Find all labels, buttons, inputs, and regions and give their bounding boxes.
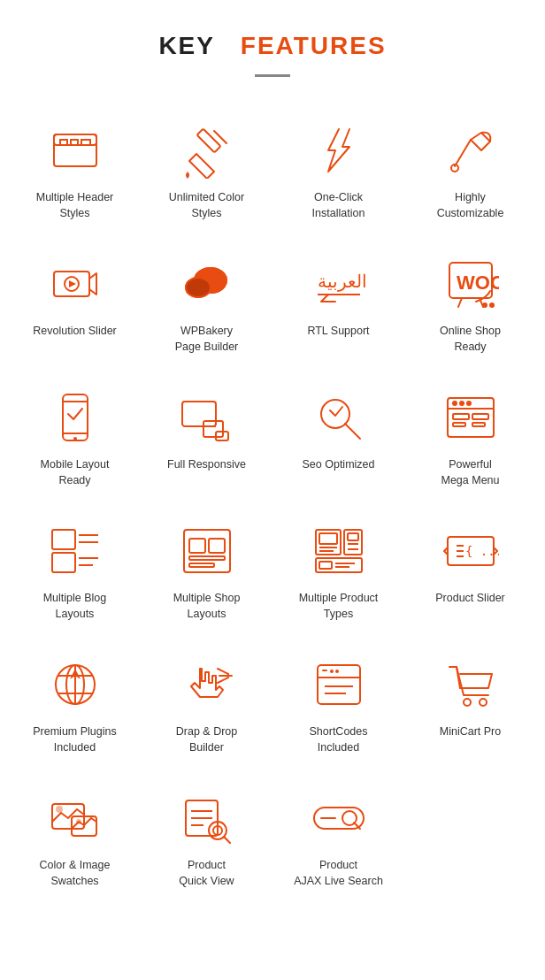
feature-minicart-pro: MiniCart Pro [404,638,536,771]
feature-multiple-product-types: Multiple ProductTypes [272,504,404,638]
full-responsive-label: Full Responsive [167,457,246,473]
svg-rect-54 [319,533,337,544]
svg-rect-51 [189,556,225,560]
multiple-shop-layouts-label: Multiple ShopLayouts [173,591,241,622]
svg-point-84 [335,670,339,673]
svg-rect-48 [184,530,230,572]
feature-shortcodes: ShortCodesIncluded [272,638,404,771]
seo-optimized-label: Seo Optimized [303,457,375,473]
svg-rect-4 [81,140,90,145]
features-grid: Multiple HeaderStyles Unlimited ColorSty… [0,95,545,914]
feature-premium-plugins: Premium PluginsIncluded [9,638,141,771]
multiple-blog-layouts-label: Multiple BlogLayouts [43,591,107,622]
svg-point-90 [76,819,81,824]
svg-rect-6 [196,129,220,153]
svg-rect-39 [453,423,465,426]
unlimited-color-styles-label: Unlimited ColorStyles [169,190,244,221]
feature-multiple-blog-layouts: Multiple BlogLayouts [9,504,141,638]
svg-point-26 [73,437,77,440]
revolution-slider-label: Revolution Slider [33,324,117,340]
svg-rect-50 [209,539,225,553]
svg-line-76 [218,669,228,674]
one-click-installation-label: One-ClickInstallation [312,190,365,221]
multiple-header-styles-label: Multiple HeaderStyles [36,190,114,221]
seo-optimized-icon [303,387,374,448]
svg-rect-62 [319,562,332,569]
feature-product-quick-view: ProductQuick View [141,771,272,905]
multiple-header-styles-icon [40,119,111,181]
svg-point-83 [330,670,334,673]
shortcodes-icon [303,654,374,716]
title-underline [255,74,290,77]
powerful-mega-menu-label: PowerfulMega Menu [441,457,499,488]
minicart-pro-label: MiniCart Pro [440,724,501,740]
svg-rect-61 [316,558,362,572]
product-ajax-search-icon [303,787,374,849]
minicart-pro-icon [435,654,506,716]
highly-customizable-icon [435,119,506,181]
svg-text:العربية: العربية [318,272,367,292]
svg-point-36 [459,401,464,406]
feature-highly-customizable: HighlyCustomizable [404,103,536,237]
powerful-mega-menu-icon [435,387,506,448]
drag-drop-icon [172,654,242,716]
svg-line-78 [218,678,228,683]
svg-rect-42 [52,530,75,549]
svg-rect-38 [453,414,469,419]
svg-rect-3 [71,140,78,145]
multiple-product-types-icon [303,520,374,582]
feature-full-responsive: Full Responsive [141,371,272,504]
feature-one-click-installation: One-ClickInstallation [272,103,404,237]
multiple-product-types-label: Multiple ProductTypes [299,591,379,622]
svg-rect-28 [203,421,223,437]
page-wrapper: KEY FEATURES Multiple HeaderStyles [0,0,545,914]
rtl-support-label: RTL Support [307,324,369,340]
feature-rtl-support: العربية RTL Support [272,237,404,371]
feature-wpbakery: WPBakeryPage Builder [141,237,272,371]
svg-rect-49 [189,539,205,553]
svg-point-35 [452,401,457,406]
feature-powerful-mega-menu: PowerfulMega Menu [404,371,536,504]
svg-text:{ ... }: { ... } [465,544,499,558]
unlimited-color-styles-icon [172,119,242,181]
feature-online-shop-ready: WOO Online ShopReady [404,237,536,371]
svg-rect-40 [472,414,488,419]
premium-plugins-label: Premium PluginsIncluded [33,724,116,755]
feature-unlimited-color-styles: Unlimited ColorStyles [141,103,272,237]
svg-point-85 [464,699,471,706]
online-shop-ready-label: Online ShopReady [440,324,501,355]
revolution-slider-icon [40,253,111,315]
product-slider-icon: { ... } [435,520,506,582]
product-quick-view-label: ProductQuick View [179,858,234,889]
svg-point-21 [482,302,487,308]
feature-multiple-header-styles: Multiple HeaderStyles [9,103,141,237]
page-title: KEY FEATURES [0,0,545,69]
multiple-shop-layouts-icon [172,520,242,582]
product-slider-label: Product Slider [435,591,505,607]
multiple-blog-layouts-icon [40,520,111,582]
svg-line-7 [455,140,471,166]
wpbakery-label: WPBakeryPage Builder [175,324,239,355]
feature-seo-optimized: Seo Optimized [272,371,404,504]
feature-multiple-shop-layouts: Multiple ShopLayouts [141,504,272,638]
svg-rect-41 [472,423,485,426]
feature-empty [404,771,536,905]
highly-customizable-label: HighlyCustomizable [437,190,504,221]
product-quick-view-icon [172,787,242,849]
svg-point-22 [489,302,495,308]
svg-line-32 [345,424,360,439]
svg-rect-43 [52,553,75,572]
svg-rect-2 [60,140,67,145]
full-responsive-icon [172,387,242,448]
feature-mobile-layout-ready: Mobile LayoutReady [9,371,141,504]
feature-drag-drop: Drap & DropBuilder [141,638,272,771]
rtl-support-icon: العربية [303,253,374,315]
wpbakery-icon [172,253,242,315]
svg-line-96 [224,837,230,843]
svg-rect-52 [189,563,214,567]
color-image-swatches-label: Color & ImageSwatches [40,858,111,889]
svg-text:WOO: WOO [457,272,499,294]
mobile-layout-ready-label: Mobile LayoutReady [41,457,110,488]
feature-color-image-swatches: Color & ImageSwatches [9,771,141,905]
premium-plugins-icon [40,654,111,716]
